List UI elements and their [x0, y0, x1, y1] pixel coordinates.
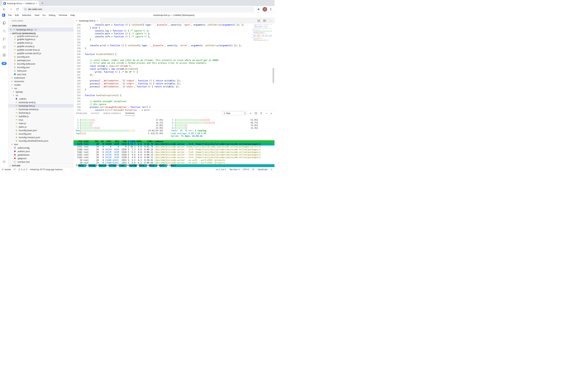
new-tab-button[interactable]: +	[40, 1, 45, 6]
close-icon[interactable]: ×	[97, 19, 98, 22]
reload-icon[interactable]	[15, 7, 20, 11]
status-badge[interactable]: Off	[1, 62, 7, 65]
panel-tab-debug-console[interactable]: DEBUG CONSOLE	[103, 111, 121, 116]
tree-file-cli.js[interactable]: JScli.js	[8, 118, 73, 122]
code-line-145[interactable]: 145 const writable = new stream.Writable…	[74, 67, 274, 71]
split-terminal-icon[interactable]	[255, 112, 257, 115]
code-line-135[interactable]: 135 }	[74, 38, 274, 41]
tree-file-buildfile.js[interactable]: JSbuildfile.js	[8, 115, 73, 118]
forward-icon[interactable]	[9, 7, 13, 11]
browser-tab[interactable]: bootstrap-fork.js — Untitled (W ×	[2, 1, 39, 6]
tree-file-gulpfile.vscode.linux.js[interactable]: JSgulpfile.vscode.linux.js	[8, 48, 73, 51]
tree-file-gulpfile.vscode.js[interactable]: JSgulpfile.vscode.js	[8, 44, 73, 48]
tree-file-tsconfig.monaco.json[interactable]: {}tsconfig.monaco.json	[8, 135, 73, 139]
tree-file-tsconfig.json[interactable]: {}tsconfig.json	[8, 66, 73, 69]
code-line-131[interactable]: 131 } else {	[74, 26, 274, 29]
tree-folder-scripts[interactable]: ▸scripts	[8, 83, 73, 86]
branch-indicator[interactable]: master	[2, 168, 11, 171]
menu-edit[interactable]: Edit	[13, 14, 20, 17]
menu-selection[interactable]: Selection	[20, 14, 33, 17]
tree-file-paths.js[interactable]: JSpaths.js	[8, 125, 73, 128]
code-line-142[interactable]: 142 // const stdout, stderr and stdin be…	[74, 59, 274, 62]
tree-file-gulpfile.mixin.js[interactable]: JSgulpfile.mixin.js	[8, 41, 73, 44]
debug-icon[interactable]	[0, 43, 8, 51]
tree-file-bootstrap-window.js[interactable]: JSbootstrap-window.js	[8, 108, 73, 111]
tree-file-bootstrap-fork.js[interactable]: JSbootstrap-fork.js	[8, 104, 73, 108]
code-line-141[interactable]: 141	[74, 56, 274, 59]
tree-file-.gitattributes[interactable]: .gitattributes	[8, 153, 73, 157]
avatar[interactable]: J	[263, 7, 267, 12]
code-line-144[interactable]: 144 const stream = require('stream');	[74, 65, 274, 67]
more-actions-icon[interactable]: ···	[269, 19, 272, 22]
tree-file-.eslintrc[interactable]: .eslintrc	[8, 97, 73, 100]
code-line-132[interactable]: 132 console.log = function () { /* ignor…	[74, 29, 274, 32]
tree-file-.eslintrc.json[interactable]: .eslintrc.json	[8, 150, 73, 153]
new-terminal-icon[interactable]	[249, 112, 252, 115]
eol-indicator[interactable]: LF	[252, 168, 254, 171]
code-line-149[interactable]: 149 process['__defineGetter__']('stdout'…	[74, 79, 274, 82]
code-line-150[interactable]: 150 process['__defineGetter__']('stderr'…	[74, 82, 274, 85]
tree-file-tsconfig.strictNullChecks.json[interactable]: {}tsconfig.strictNullChecks.json	[8, 139, 73, 142]
code-line-151[interactable]: 151 process['__defineGetter__']('stdin',…	[74, 85, 274, 88]
panel-tab-terminal[interactable]: TERMINAL	[125, 111, 135, 116]
workspace-header[interactable]: ▾ UNTITLED (WORKSPACE)	[8, 32, 73, 35]
tree-file-.mention-bot[interactable]: .mention-bot	[8, 160, 73, 164]
code-line-147[interactable]: 147 });	[74, 74, 274, 76]
editor[interactable]: 130 console.warn = function () { safeSen…	[74, 24, 274, 111]
menu-file[interactable]: File	[7, 14, 13, 17]
tree-file-main.js[interactable]: JSmain.js	[8, 122, 73, 125]
tab-size-indicator[interactable]: Tab Size: 4	[229, 168, 240, 171]
tree-folder-typings[interactable]: ▸typings	[8, 90, 73, 93]
terminal-content[interactable]: 1 [||||||||||| 17.8%] 5 [|||||||||||||||…	[74, 116, 274, 167]
tree-file-yarn.lock[interactable]: yarn.lock	[8, 73, 73, 76]
code-line-155[interactable]: 155	[74, 97, 274, 100]
tree-folder-vs[interactable]: ▸vs	[8, 93, 73, 97]
code-line-134[interactable]: 134 console.info = function () { /* igno…	[74, 35, 274, 38]
tree-file-tslint.json[interactable]: {}tslint.json	[8, 69, 73, 73]
terminal-selector[interactable]: 1: htop	[222, 111, 247, 115]
coder-logo[interactable]	[2, 14, 5, 17]
code-line-138[interactable]: 138}	[74, 47, 274, 50]
code-line-157[interactable]: 157 // @ts-ignore	[74, 103, 274, 106]
code-line-158[interactable]: 158 process.on('uncaughtException', func…	[74, 106, 274, 109]
tree-file-gulpfile.hygiene.js[interactable]: JSgulpfile.hygiene.js	[8, 37, 73, 41]
outline-header[interactable]: ▸ OUTLINE	[8, 164, 73, 167]
sync-button[interactable]	[14, 168, 16, 171]
menu-view[interactable]: View	[33, 14, 41, 17]
close-panel-icon[interactable]: ×	[270, 112, 272, 115]
tree-file-tsconfig.build.json[interactable]: {}tsconfig.build.json	[8, 62, 73, 66]
tree-file-.editorconfig[interactable]: .editorconfig	[8, 146, 73, 150]
code-line-140[interactable]: 140function disableSTDIO() {	[74, 53, 274, 56]
editor-tab-bootstrap-fork[interactable]: JS bootstrap-fork.js ×	[74, 18, 100, 24]
code-line-159[interactable]: 159 console.error('Uncaught Exception: '…	[74, 109, 274, 111]
maximize-panel-icon[interactable]	[265, 112, 268, 115]
code-line-139[interactable]: 139	[74, 50, 274, 53]
url-text[interactable]: ide.coder.com	[28, 8, 42, 10]
tree-file-jsconfig.json[interactable]: {}jsconfig.json	[8, 55, 73, 58]
close-icon[interactable]: ×	[10, 28, 12, 31]
tree-file-bootstrap.js[interactable]: JSbootstrap.js	[8, 111, 73, 115]
panel-tab-output[interactable]: OUTPUT	[91, 111, 99, 116]
close-tab-icon[interactable]: ×	[36, 2, 37, 5]
htop-fkey-bar[interactable]: F1Help F2Setup F3SearchF4FilterF5Tree F6…	[74, 164, 274, 167]
toggle-layout-icon[interactable]	[263, 19, 266, 22]
explorer-icon[interactable]	[0, 19, 8, 27]
menu-debug[interactable]: Debug	[47, 14, 57, 17]
code-line-154[interactable]: 154function handleExceptions() {	[74, 94, 274, 97]
bell-icon[interactable]	[270, 168, 273, 171]
menu-go[interactable]: Go	[41, 14, 47, 17]
menu-terminal[interactable]: Terminal	[57, 14, 69, 17]
problems-indicator[interactable]: 0 0	[18, 168, 27, 171]
tree-folder-extensions[interactable]: ▸extensions	[8, 76, 73, 80]
encoding-indicator[interactable]: UTF-8	[243, 168, 249, 171]
address-bar[interactable]: ide.coder.com	[22, 7, 255, 12]
open-editors-header[interactable]: ▾ OPEN EDITORS	[8, 24, 73, 28]
site-info-icon[interactable]	[24, 8, 27, 10]
back-icon[interactable]	[2, 7, 6, 11]
code-area[interactable]: 130 console.warn = function () { safeSen…	[74, 24, 274, 111]
bookmark-star-icon[interactable]	[257, 8, 260, 11]
tree-file-tsconfig.json[interactable]: {}tsconfig.json	[8, 132, 73, 135]
tree-file-gulpfile.extensions.js[interactable]: JSgulpfile.extensions.js	[8, 35, 73, 37]
code-line-153[interactable]: 153	[74, 91, 274, 94]
search-icon[interactable]	[0, 27, 8, 35]
